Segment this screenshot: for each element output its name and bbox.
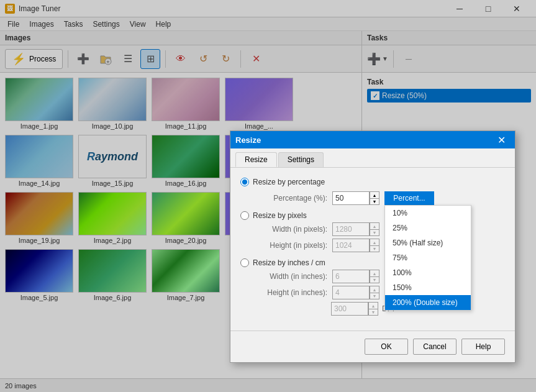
dropdown-item-200[interactable]: 200% (Double size) (385, 295, 471, 310)
dpi-spin-down: ▼ (368, 309, 378, 316)
resize-inches-label: Resize by inches / cm (253, 258, 325, 267)
percentage-spin-controls: ▲ ▼ (370, 191, 379, 205)
dropdown-item-100[interactable]: 100% (385, 265, 471, 280)
height-pixels-input-group: ▲ ▼ (332, 239, 379, 252)
dialog-footer: OK Cancel Help (230, 330, 515, 362)
percentage-dropdown-menu: 10% 25% 50% (Half size) 75% 100% 150% 20… (384, 205, 471, 311)
dialog-title: Resize (235, 135, 261, 145)
help-button[interactable]: Help (461, 339, 505, 355)
percentage-spin-down[interactable]: ▼ (370, 198, 379, 205)
percentage-input[interactable] (332, 191, 370, 205)
dropdown-item-50[interactable]: 50% (Half size) (385, 235, 471, 250)
width-inches-input-group: ▲ ▼ (332, 270, 379, 283)
height-pixels-label: Height (in pixels): (253, 241, 327, 250)
dropdown-item-75[interactable]: 75% (385, 250, 471, 265)
width-inches-spin: ▲ ▼ (370, 270, 379, 283)
dropdown-item-10[interactable]: 10% (385, 206, 471, 221)
resize-percentage-radio[interactable] (240, 178, 249, 186)
cancel-button[interactable]: Cancel (413, 339, 457, 355)
width-inches-input (332, 270, 370, 283)
height-inches-spin: ▲ ▼ (370, 286, 379, 299)
height-pixels-spin-up: ▲ (370, 239, 379, 245)
dropdown-item-25[interactable]: 25% (385, 221, 471, 235)
width-pixels-input-group: ▲ ▼ (332, 222, 379, 236)
ok-button[interactable]: OK (365, 339, 408, 355)
dpi-spin-up: ▲ (368, 302, 378, 309)
dialog-titlebar: Resize ✕ (230, 131, 515, 148)
resize-dialog: Resize ✕ Resize Settings Resize by perce… (230, 130, 516, 363)
dpi-input-group: ▲ ▼ (331, 302, 378, 316)
percentage-spin-up[interactable]: ▲ (370, 191, 379, 198)
tab-resize[interactable]: Resize (235, 152, 277, 167)
percentage-dropdown-container: Percent... 10% 25% 50% (Half size) 75% 1… (384, 191, 434, 205)
width-inches-spin-down: ▼ (370, 276, 379, 283)
width-inches-label: Width (in inches): (253, 272, 327, 281)
height-inches-label: Height (in inches): (253, 288, 327, 297)
height-inches-spin-up: ▲ (370, 286, 379, 293)
resize-percentage-label: Resize by percentage (253, 178, 325, 186)
dropdown-item-150[interactable]: 150% (385, 280, 471, 295)
tab-settings[interactable]: Settings (278, 152, 324, 167)
height-pixels-input (332, 239, 370, 252)
width-pixels-spin-down: ▼ (370, 229, 379, 236)
width-pixels-label: Width (in pixels): (253, 225, 327, 234)
height-pixels-spin: ▲ ▼ (370, 239, 379, 252)
width-inches-spin-up: ▲ (370, 270, 379, 276)
height-inches-input-group: ▲ ▼ (332, 286, 379, 299)
percentage-dropdown-button[interactable]: Percent... (384, 191, 434, 205)
percentage-input-group: ▲ ▼ (332, 191, 379, 205)
dpi-input (331, 302, 368, 316)
dialog-close-button[interactable]: ✕ (493, 131, 510, 148)
percentage-field-row: Percentage (%): ▲ ▼ Percent... 10% 25% 5… (253, 191, 505, 205)
resize-percentage-option[interactable]: Resize by percentage (240, 178, 505, 186)
width-pixels-spin-up: ▲ (370, 222, 379, 229)
dialog-body: Resize by percentage Percentage (%): ▲ ▼… (230, 168, 515, 326)
dialog-tabs: Resize Settings (230, 148, 515, 168)
resize-pixels-label: Resize by pixels (253, 211, 307, 220)
resize-pixels-radio[interactable] (240, 211, 249, 220)
height-inches-spin-down: ▼ (370, 293, 379, 299)
height-pixels-spin-down: ▼ (370, 245, 379, 252)
height-inches-input (332, 286, 370, 299)
width-pixels-input (332, 222, 370, 236)
resize-inches-radio[interactable] (240, 258, 249, 267)
width-pixels-spin: ▲ ▼ (370, 222, 379, 236)
dpi-spin: ▲ ▼ (368, 302, 378, 316)
percentage-field-label: Percentage (%): (253, 194, 327, 203)
